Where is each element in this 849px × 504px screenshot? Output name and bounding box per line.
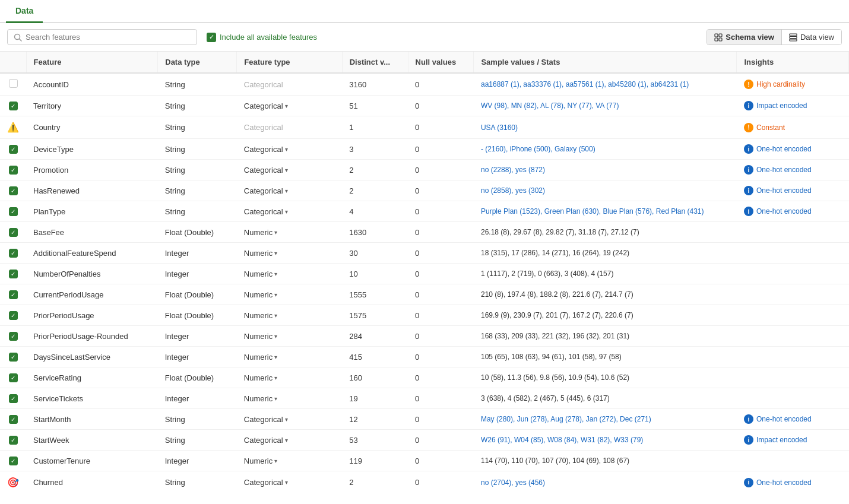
dropdown-arrow-icon[interactable]: ▾ xyxy=(285,416,288,423)
dropdown-arrow-icon[interactable]: ▾ xyxy=(274,312,277,319)
feature-type-value[interactable]: Categorical xyxy=(244,478,283,487)
row-checkbox-checked[interactable]: ✓ xyxy=(9,457,18,465)
feature-type-value[interactable]: Numeric xyxy=(244,353,273,362)
row-checkbox-checked[interactable]: ✓ xyxy=(9,249,18,258)
feature-type-value[interactable]: Numeric xyxy=(244,394,273,403)
feature-type-value[interactable]: Numeric xyxy=(244,311,273,320)
search-input[interactable] xyxy=(26,33,191,42)
data-view-button[interactable]: Data view xyxy=(782,30,841,45)
null-values: 0 xyxy=(408,222,474,243)
feature-type-value[interactable]: Numeric xyxy=(244,270,273,278)
feature-type-value[interactable]: Numeric xyxy=(244,373,273,382)
data-type: Float (Double) xyxy=(158,284,237,305)
null-values: 0 xyxy=(408,201,474,222)
feature-type-cell: Numeric ▾ xyxy=(237,451,342,471)
dropdown-arrow-icon[interactable]: ▾ xyxy=(274,458,277,464)
row-checkbox-checked[interactable]: ✓ xyxy=(9,373,18,382)
dropdown-arrow-icon[interactable]: ▾ xyxy=(274,229,277,236)
sample-values: 210 (8), 197.4 (8), 188.2 (8), 221.6 (7)… xyxy=(474,284,737,305)
null-values: 0 xyxy=(408,139,474,160)
checkbox-cell: ✓ xyxy=(0,180,26,201)
insight-label: One-hot encoded xyxy=(756,186,812,195)
row-checkbox-checked[interactable]: ✓ xyxy=(9,290,18,299)
distinct-values: 1 xyxy=(342,116,408,139)
dropdown-arrow-icon[interactable]: ▾ xyxy=(285,208,288,215)
feature-type-value[interactable]: Categorical xyxy=(244,102,283,110)
row-checkbox-checked[interactable]: ✓ xyxy=(9,332,18,341)
sample-values: 26.18 (8), 29.67 (8), 29.82 (7), 31.18 (… xyxy=(474,222,737,243)
insight-cell xyxy=(737,243,849,264)
feature-type-value[interactable]: Categorical xyxy=(244,207,283,216)
distinct-values: 284 xyxy=(342,326,408,347)
distinct-values: 2 xyxy=(342,160,408,180)
distinct-values: 51 xyxy=(342,96,408,116)
row-checkbox-checked[interactable]: ✓ xyxy=(9,166,18,175)
dropdown-arrow-icon[interactable]: ▾ xyxy=(274,250,277,256)
checkbox-cell: ⚠️ xyxy=(0,116,26,139)
svg-rect-2 xyxy=(715,34,718,37)
table-row: ✓ CustomerTenure Integer Numeric ▾ 119 0… xyxy=(0,451,849,471)
dropdown-arrow-icon[interactable]: ▾ xyxy=(274,395,277,402)
row-checkbox-checked[interactable]: ✓ xyxy=(9,311,18,320)
insight-cell xyxy=(737,264,849,284)
feature-type-value[interactable]: Categorical xyxy=(244,415,283,424)
dropdown-arrow-icon[interactable]: ▾ xyxy=(274,354,277,360)
include-features-toggle[interactable]: ✓ Include all available features xyxy=(207,33,317,42)
row-checkbox-checked[interactable]: ✓ xyxy=(9,145,18,154)
feature-type-value[interactable]: Numeric xyxy=(244,457,273,465)
row-checkbox-checked[interactable]: ✓ xyxy=(9,415,18,424)
feature-type-value[interactable]: Numeric xyxy=(244,332,273,341)
null-values: 0 xyxy=(408,409,474,430)
feature-type-value[interactable]: Numeric xyxy=(244,290,273,299)
table-row: AccountID String Categorical 3160 0 aa16… xyxy=(0,73,849,96)
search-box[interactable] xyxy=(7,29,197,45)
feature-type-value[interactable]: Numeric xyxy=(244,249,273,258)
dropdown-arrow-icon[interactable]: ▾ xyxy=(285,437,288,443)
feature-type-value[interactable]: Categorical xyxy=(244,166,283,175)
feature-name: CurrentPeriodUsage xyxy=(26,284,158,305)
feature-name: ServiceTickets xyxy=(26,388,158,409)
dropdown-arrow-icon[interactable]: ▾ xyxy=(285,479,288,486)
feature-type-cell: Categorical ▾ xyxy=(237,471,342,492)
feature-type-value[interactable]: Categorical xyxy=(244,145,283,154)
row-checkbox-checked[interactable]: ✓ xyxy=(9,186,18,195)
table-row: ✓ StartWeek String Categorical ▾ 53 0 W2… xyxy=(0,430,849,451)
insight-cell: ! Constant xyxy=(737,116,849,139)
feature-type-value[interactable]: Categorical xyxy=(244,186,283,195)
insight-label: High cardinality xyxy=(756,80,805,88)
row-checkbox-checked[interactable]: ✓ xyxy=(9,270,18,278)
dropdown-arrow-icon[interactable]: ▾ xyxy=(285,167,288,173)
dropdown-arrow-icon[interactable]: ▾ xyxy=(274,333,277,340)
schema-view-button[interactable]: Schema view xyxy=(707,30,782,45)
checkbox-cell: ✓ xyxy=(0,264,26,284)
null-values: 0 xyxy=(408,451,474,471)
row-checkbox-checked[interactable]: ✓ xyxy=(9,102,18,110)
insight-cell xyxy=(737,367,849,388)
dropdown-arrow-icon[interactable]: ▾ xyxy=(274,291,277,298)
feature-name: AccountID xyxy=(26,73,158,96)
sample-values: 169.9 (9), 230.9 (7), 201 (7), 167.2 (7)… xyxy=(474,305,737,326)
row-checkbox-unchecked[interactable] xyxy=(9,79,18,88)
dropdown-arrow-icon[interactable]: ▾ xyxy=(285,146,288,153)
col-insights: Insights xyxy=(737,52,849,73)
table-row: ✓ Promotion String Categorical ▾ 2 0 no … xyxy=(0,160,849,180)
distinct-values: 3 xyxy=(342,139,408,160)
feature-name: PriorPeriodUsage-Rounded xyxy=(26,326,158,347)
dropdown-arrow-icon[interactable]: ▾ xyxy=(285,103,288,109)
data-type: String xyxy=(158,139,237,160)
tab-data[interactable]: Data xyxy=(6,0,43,23)
null-values: 0 xyxy=(408,367,474,388)
distinct-values: 1555 xyxy=(342,284,408,305)
feature-type-value[interactable]: Numeric xyxy=(244,228,273,237)
feature-type-value[interactable]: Categorical xyxy=(244,436,283,445)
row-checkbox-checked[interactable]: ✓ xyxy=(9,228,18,237)
dropdown-arrow-icon[interactable]: ▾ xyxy=(274,375,277,381)
feature-name: DaysSinceLastService xyxy=(26,347,158,367)
table-row: ✓ DaysSinceLastService Integer Numeric ▾… xyxy=(0,347,849,367)
row-checkbox-checked[interactable]: ✓ xyxy=(9,394,18,403)
row-checkbox-checked[interactable]: ✓ xyxy=(9,436,18,445)
dropdown-arrow-icon[interactable]: ▾ xyxy=(285,188,288,194)
row-checkbox-checked[interactable]: ✓ xyxy=(9,353,18,362)
row-checkbox-checked[interactable]: ✓ xyxy=(9,207,18,216)
dropdown-arrow-icon[interactable]: ▾ xyxy=(274,271,277,277)
